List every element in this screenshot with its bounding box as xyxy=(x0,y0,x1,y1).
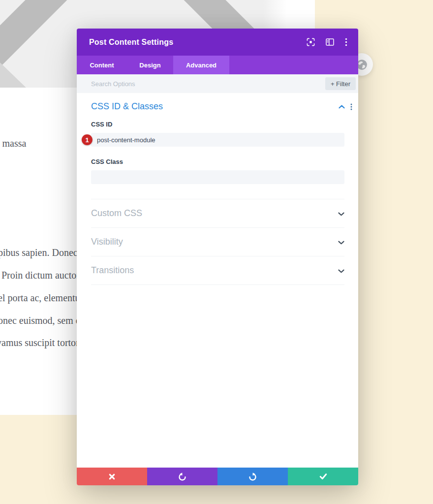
header-actions xyxy=(307,38,347,46)
tab-advanced[interactable]: Advanced xyxy=(173,56,229,74)
close-icon xyxy=(108,473,116,480)
css-class-input[interactable] xyxy=(91,170,344,184)
section-label: Visibility xyxy=(91,237,123,247)
search-input[interactable] xyxy=(91,80,325,88)
chevron-down-icon xyxy=(338,238,344,247)
css-id-field-row: 1 xyxy=(91,133,344,147)
hero-triangle xyxy=(0,63,26,88)
background-text-line: t massa xyxy=(0,138,26,149)
section-custom-css[interactable]: Custom CSS xyxy=(91,199,344,228)
discard-button[interactable] xyxy=(77,468,147,485)
tab-design[interactable]: Design xyxy=(127,56,173,74)
section-label: Custom CSS xyxy=(91,208,142,219)
modal-title: Post Content Settings xyxy=(89,38,173,47)
undo-button[interactable] xyxy=(147,468,217,485)
chevron-up-icon[interactable] xyxy=(339,105,345,109)
redo-button[interactable] xyxy=(217,468,288,485)
css-id-label: CSS ID xyxy=(91,121,344,128)
modal-footer xyxy=(77,468,358,485)
save-button[interactable] xyxy=(288,468,358,485)
section-kebab-icon[interactable] xyxy=(350,103,352,110)
modal-body: CSS ID & Classes xyxy=(77,101,358,285)
css-id-classes-section: CSS ID & Classes xyxy=(91,101,344,199)
tab-bar: Content Design Advanced xyxy=(77,56,358,74)
redo-icon xyxy=(248,472,257,481)
css-id-input[interactable] xyxy=(91,133,344,147)
background-text-line: vamus suscipit tortor e xyxy=(0,337,86,348)
undo-icon xyxy=(178,472,187,481)
background-text-line: el porta ac, elementum xyxy=(0,292,88,304)
background-text-line: onec euismod, sem et xyxy=(0,315,83,326)
section-transitions[interactable]: Transitions xyxy=(91,256,344,285)
settings-modal: Post Content Settings xyxy=(77,29,358,485)
layout-columns-icon[interactable] xyxy=(326,38,334,46)
check-icon xyxy=(319,473,327,480)
page: t massa pibus sapien. Donec p Proin dict… xyxy=(0,0,433,504)
section-visibility[interactable]: Visibility xyxy=(91,228,344,256)
tab-content[interactable]: Content xyxy=(77,56,127,74)
section-header-actions xyxy=(339,103,352,110)
css-class-field-row xyxy=(91,170,344,184)
background-text-line: Proin dictum auctor n xyxy=(1,270,87,281)
section-title[interactable]: CSS ID & Classes xyxy=(91,101,163,112)
kebab-menu-icon[interactable] xyxy=(345,38,347,46)
search-bar: + Filter xyxy=(77,74,358,93)
step-badge: 1 xyxy=(82,134,93,145)
filter-button[interactable]: + Filter xyxy=(325,77,356,90)
section-label: Transitions xyxy=(91,265,134,276)
modal-header: Post Content Settings xyxy=(77,29,358,56)
background-text-line: pibus sapien. Donec p xyxy=(0,247,85,258)
chevron-down-icon xyxy=(338,266,344,275)
section-header: CSS ID & Classes xyxy=(91,101,352,112)
css-class-label: CSS Class xyxy=(91,158,344,165)
expand-focus-icon[interactable] xyxy=(307,38,315,46)
chevron-down-icon xyxy=(338,209,344,218)
